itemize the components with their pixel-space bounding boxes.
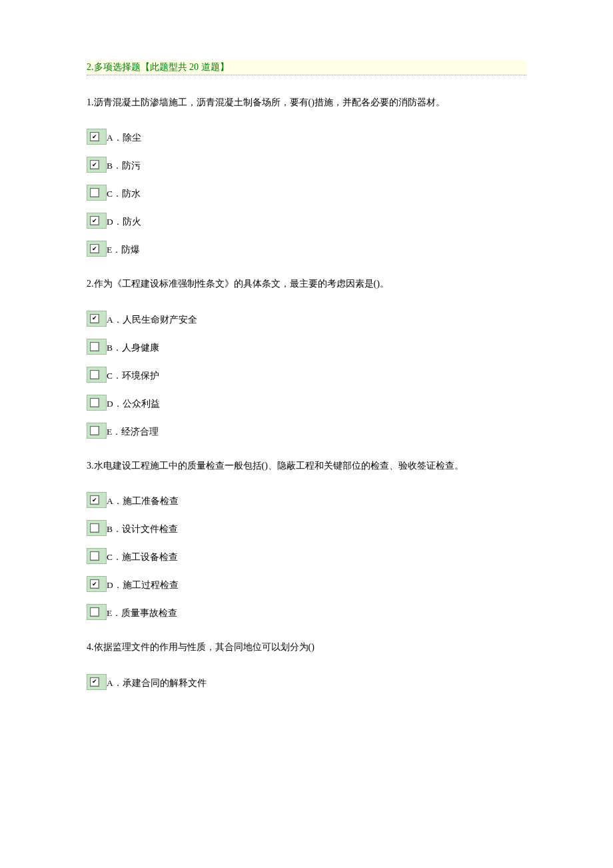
options-list: ✔ A．除尘 ✔ B．防污 C．防水 ✔ D．防火 ✔ E．防爆 <box>87 129 526 257</box>
option-label: A．人民生命财产安全 <box>107 314 197 327</box>
option-row: E．经济合理 <box>87 423 526 439</box>
checkbox-checked[interactable]: ✔ <box>90 244 99 253</box>
option-label: C．防水 <box>107 188 141 201</box>
checkbox-checked[interactable]: ✔ <box>90 677 99 687</box>
option-row: ✔ A．人民生命财产安全 <box>87 311 526 327</box>
checkbox-checked[interactable]: ✔ <box>90 579 99 589</box>
checkbox-unchecked[interactable] <box>90 188 99 197</box>
question-text: 3.水电建设工程施工中的质量检查一般包括()、隐蔽工程和关键部位的检查、验收签证… <box>87 459 526 473</box>
option-label: B．防污 <box>107 160 141 173</box>
option-label: B．人身健康 <box>107 342 159 355</box>
question-text: 2.作为《工程建设标准强制性条文》的具体条文，最主要的考虑因素是()。 <box>87 277 526 291</box>
question-block: 4.依据监理文件的作用与性质，其合同地位可以划分为() ✔ A．承建合同的解释文… <box>87 640 526 689</box>
option-row: ✔ D．防火 <box>87 213 526 229</box>
checkbox-checked[interactable]: ✔ <box>90 314 99 323</box>
checkbox-container[interactable]: ✔ <box>87 674 107 690</box>
checkbox-unchecked[interactable] <box>90 398 99 407</box>
checkbox-checked[interactable]: ✔ <box>90 132 99 141</box>
option-row: ✔ E．防爆 <box>87 241 526 257</box>
checkbox-container[interactable] <box>87 520 107 536</box>
checkbox-container[interactable]: ✔ <box>87 311 107 327</box>
checkbox-checked[interactable]: ✔ <box>90 216 99 225</box>
checkbox-unchecked[interactable] <box>90 426 99 435</box>
checkbox-container[interactable] <box>87 548 107 564</box>
question-block: 2.作为《工程建设标准强制性条文》的具体条文，最主要的考虑因素是()。 ✔ A．… <box>87 277 526 438</box>
checkbox-unchecked[interactable] <box>90 551 99 561</box>
option-row: ✔ D．施工过程检查 <box>87 576 526 592</box>
question-block: 1.沥青混凝土防渗墙施工，沥青混凝土制备场所，要有()措施，并配各必要的消防器材… <box>87 95 526 257</box>
checkbox-container[interactable] <box>87 395 107 411</box>
option-label: C．环境保护 <box>107 370 159 383</box>
option-label: C．施工设备检查 <box>107 551 178 564</box>
option-row: E．质量事故检查 <box>87 604 526 620</box>
option-label: A．承建合同的解释文件 <box>107 677 207 690</box>
option-label: D．防火 <box>107 216 141 229</box>
option-label: D．施工过程检查 <box>107 579 179 592</box>
options-list: ✔ A．施工准备检查 B．设计文件检查 C．施工设备检查 ✔ D．施工过程检查 … <box>87 492 526 620</box>
checkbox-container[interactable]: ✔ <box>87 576 107 592</box>
option-row: C．环境保护 <box>87 367 526 383</box>
checkbox-container[interactable] <box>87 367 107 383</box>
checkbox-checked[interactable]: ✔ <box>90 160 99 169</box>
option-row: ✔ A．施工准备检查 <box>87 492 526 508</box>
option-row: ✔ A．承建合同的解释文件 <box>87 674 526 690</box>
option-label: A．除尘 <box>107 132 141 145</box>
checkbox-container[interactable]: ✔ <box>87 241 107 257</box>
option-row: C．施工设备检查 <box>87 548 526 564</box>
option-row: B．人身健康 <box>87 339 526 355</box>
options-list: ✔ A．承建合同的解释文件 <box>87 674 526 690</box>
option-label: D．公众利益 <box>107 398 160 411</box>
page-container: 2.多项选择题【此题型共 20 道题】 1.沥青混凝土防渗墙施工，沥青混凝土制备… <box>0 0 613 737</box>
option-label: E．质量事故检查 <box>107 607 177 620</box>
options-list: ✔ A．人民生命财产安全 B．人身健康 C．环境保护 D．公众利益 E．经济合理 <box>87 311 526 439</box>
question-block: 3.水电建设工程施工中的质量检查一般包括()、隐蔽工程和关键部位的检查、验收签证… <box>87 459 526 620</box>
checkbox-checked[interactable]: ✔ <box>90 495 99 505</box>
section-header: 2.多项选择题【此题型共 20 道题】 <box>87 60 526 75</box>
option-label: E．防爆 <box>107 244 140 257</box>
question-text: 1.沥青混凝土防渗墙施工，沥青混凝土制备场所，要有()措施，并配各必要的消防器材… <box>87 95 526 110</box>
option-row: ✔ A．除尘 <box>87 129 526 145</box>
checkbox-container[interactable] <box>87 604 107 620</box>
option-row: B．设计文件检查 <box>87 520 526 536</box>
option-row: D．公众利益 <box>87 395 526 411</box>
option-label: B．设计文件检查 <box>107 523 178 536</box>
checkbox-unchecked[interactable] <box>90 370 99 379</box>
option-row: ✔ B．防污 <box>87 157 526 173</box>
checkbox-unchecked[interactable] <box>90 523 99 533</box>
checkbox-container[interactable]: ✔ <box>87 213 107 229</box>
checkbox-container[interactable] <box>87 185 107 201</box>
checkbox-unchecked[interactable] <box>90 607 99 617</box>
question-text: 4.依据监理文件的作用与性质，其合同地位可以划分为() <box>87 640 526 655</box>
checkbox-container[interactable] <box>87 339 107 355</box>
checkbox-container[interactable]: ✔ <box>87 157 107 173</box>
option-label: E．经济合理 <box>107 426 159 439</box>
option-row: C．防水 <box>87 185 526 201</box>
checkbox-container[interactable]: ✔ <box>87 492 107 508</box>
checkbox-container[interactable]: ✔ <box>87 129 107 145</box>
checkbox-container[interactable] <box>87 423 107 439</box>
option-label: A．施工准备检查 <box>107 495 179 508</box>
checkbox-unchecked[interactable] <box>90 342 99 351</box>
